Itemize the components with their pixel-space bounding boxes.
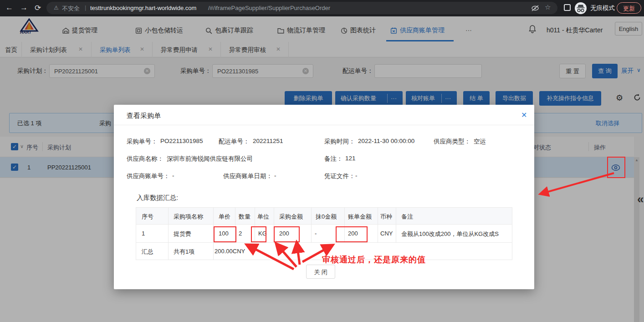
time-label: 采购时间： <box>324 138 355 146</box>
incognito-badge-icon <box>575 2 587 14</box>
annotation-box-purchase-amount <box>274 226 300 242</box>
summary-table-row: 1 提货费 100 2 KG 200 - 200 CNY 金额从100改成200… <box>136 225 512 243</box>
voucher-value: - <box>355 172 358 179</box>
time-value: 2022-11-30 00:00:00 <box>358 138 414 144</box>
annotation-note: 审核通过后，还是原来的值 <box>322 254 426 265</box>
summary-table-header: 序号 采购项名称 单价 数量 单位 采购金额 抹0金额 账单金额 币种 备注 <box>136 207 512 225</box>
delivery-label: 配运单号： <box>219 138 250 146</box>
browser-menu-icon[interactable]: ⋮ <box>642 4 644 11</box>
modal-close-icon[interactable]: ✕ <box>521 111 527 119</box>
modal-close-button[interactable]: 关 闭 <box>306 265 335 279</box>
incognito-label: 无痕模式 <box>590 4 615 12</box>
update-button[interactable]: 更新 <box>617 2 641 14</box>
reload-icon[interactable]: ⟳ <box>35 3 41 13</box>
supplier-type-value: 空运 <box>474 138 486 146</box>
tab-preview-icon[interactable] <box>564 4 571 11</box>
modal-header-divider <box>114 125 534 125</box>
warning-icon: ⚠ <box>54 5 59 11</box>
annotation-box-unit-price <box>214 226 236 242</box>
url-path: /#/iframePageSupplier/SupplierPurchaseOr… <box>208 5 330 11</box>
url-divider: | <box>85 4 86 11</box>
supplier-type-label: 供应商类型： <box>434 138 470 146</box>
bill-no-value: - <box>172 172 174 179</box>
remark-value: 121 <box>345 155 356 162</box>
annotation-box-unit <box>251 226 266 242</box>
eye-off-icon[interactable] <box>531 5 539 12</box>
modal-title: 查看采购单 <box>127 112 161 120</box>
bill-date-label: 供应商账单日期： <box>223 172 272 180</box>
bookmark-star-icon[interactable]: ☆ <box>545 3 551 11</box>
forward-icon[interactable]: → <box>20 3 28 12</box>
inbound-summary-title: 入库数据汇总: <box>137 194 178 202</box>
supplier-name-value: 深圳市前海锐闻供应链有限公司 <box>167 155 253 163</box>
po-label: 采购单号： <box>127 138 158 146</box>
bill-date-value: - <box>274 172 276 179</box>
browser-toolbar: ← → ⟳ ⚠ 不安全 | testtrunkbookingmgr.hart-w… <box>0 0 644 16</box>
address-bar[interactable]: ⚠ 不安全 | testtrunkbookingmgr.hart-worldwi… <box>46 2 557 14</box>
back-icon[interactable]: ← <box>5 3 13 12</box>
security-label[interactable]: 不安全 <box>62 5 80 13</box>
supplier-name-label: 供应商名称： <box>127 155 164 163</box>
bill-no-label: 供应商账单号： <box>127 172 170 180</box>
annotation-box-bill-amount <box>336 226 368 242</box>
screen: ← → ⟳ ⚠ 不安全 | testtrunkbookingmgr.hart-w… <box>0 0 644 322</box>
url-domain: testtrunkbookingmgr.hart-worldwide.com <box>90 5 196 11</box>
voucher-label: 凭证文件： <box>324 172 355 180</box>
delivery-value: 202211251 <box>253 138 283 144</box>
remark-label: 备注： <box>324 155 343 163</box>
annotation-box-eye <box>607 157 625 178</box>
po-value: PO2211301985 <box>160 138 203 144</box>
